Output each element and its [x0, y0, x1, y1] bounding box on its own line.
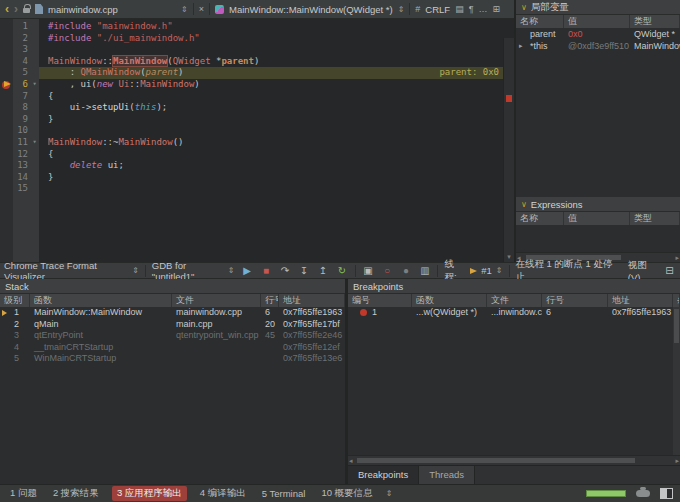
outline-icon[interactable]: ▤	[455, 4, 464, 14]
code-line[interactable]: 1#include "mainwindow.h"	[0, 21, 503, 33]
column-header[interactable]: 条件	[673, 294, 680, 307]
stack-frame-row[interactable]: 5WinMainCRTStartup0x7ff65ffe13e6	[0, 353, 345, 365]
source-view-icon[interactable]: ▣	[361, 265, 374, 276]
code-line[interactable]: 14}	[0, 172, 503, 184]
code-margin[interactable]	[0, 160, 13, 172]
chevron-updown-icon[interactable]: ⇕	[398, 5, 405, 14]
code-line[interactable]: 4MainWindow::MainWindow(QWidget *parent)	[0, 56, 503, 68]
code-line[interactable]: 7{	[0, 91, 503, 103]
breakpoints-vertical-scrollbar[interactable]	[673, 307, 680, 455]
lock-icon[interactable]	[23, 8, 30, 13]
scrollbar-thumb[interactable]	[674, 309, 679, 343]
column-header[interactable]: 地址	[279, 294, 345, 307]
views-layout-icon[interactable]: ⊟	[663, 265, 676, 276]
variable-row[interactable]: parent0x0QWidget *	[516, 28, 680, 40]
tab-breakpoints[interactable]: Breakpoints	[348, 466, 419, 484]
back-icon[interactable]: ‹	[5, 4, 9, 14]
column-header[interactable]: 类型	[630, 15, 680, 28]
column-header[interactable]: 值	[564, 15, 630, 28]
code-margin[interactable]	[0, 21, 13, 33]
column-header[interactable]: 行号	[261, 294, 279, 307]
breakpoints-horizontal-scrollbar[interactable]: ◂ ▸	[348, 455, 680, 465]
output-pane-button[interactable]: 4 编译输出	[197, 486, 249, 501]
scrollbar-thumb[interactable]	[357, 458, 635, 463]
code-line[interactable]: 8 ui->setupUi(this);	[0, 102, 503, 114]
code-line[interactable]: 15	[0, 183, 503, 195]
code-margin[interactable]	[0, 125, 13, 137]
code-line[interactable]: 11▾MainWindow::~MainWindow()	[0, 137, 503, 149]
log-icon[interactable]: ●	[399, 265, 412, 276]
editor-vertical-scrollbar[interactable]: ▾	[503, 38, 514, 262]
snapshot-icon[interactable]: ▥	[418, 265, 431, 276]
chevron-updown-icon[interactable]: ⇕	[181, 5, 188, 14]
stack-frame-row[interactable]: 4__tmainCRTStartup0x7ff65ffe12ef	[0, 342, 345, 354]
restart-button[interactable]: ↻	[336, 265, 349, 276]
code-line[interactable]: 6▾ , ui(new Ui::MainWindow)	[0, 79, 503, 91]
variable-row[interactable]: ▸*this@0xdf3e9ff510MainWindow	[516, 40, 680, 52]
column-header[interactable]: 名称	[516, 212, 564, 225]
code-line[interactable]: 5 : QMainWindow(parent)parent: 0x0	[0, 67, 503, 79]
stop-debugger-button[interactable]: ■	[260, 265, 273, 276]
scrollbar-down-arrow-icon[interactable]: ▾	[504, 252, 514, 262]
code-line[interactable]: 10	[0, 125, 503, 137]
preferences-icon[interactable]: ¶	[469, 4, 474, 14]
stack-frame-row[interactable]: 3qtEntryPointqtentrypoint_win.cpp450x7ff…	[0, 330, 345, 342]
column-header[interactable]: 类型	[630, 212, 680, 225]
breakpoint-row[interactable]: 1...w(QWidget *)...inwindow.cpp60x7ff65f…	[348, 307, 680, 319]
line-ending-selector[interactable]: CRLF	[425, 4, 450, 15]
column-header[interactable]: 文件	[487, 294, 542, 307]
continue-button[interactable]: ▶	[241, 265, 254, 276]
code-margin[interactable]	[0, 91, 13, 103]
code-margin[interactable]	[0, 137, 13, 149]
code-margin[interactable]	[0, 114, 13, 126]
column-header[interactable]: 编号	[348, 294, 412, 307]
output-pane-button[interactable]: 2 搜索结果	[50, 486, 102, 501]
column-header[interactable]: 行号	[542, 294, 608, 307]
output-pane-menu-icon[interactable]: ⇕	[386, 489, 393, 498]
column-header[interactable]: 地址	[608, 294, 673, 307]
column-header[interactable]: 级别	[0, 294, 30, 307]
close-document-icon[interactable]: ×	[199, 4, 204, 14]
code-editor[interactable]: 1#include "mainwindow.h"2#include "./ui_…	[0, 19, 514, 262]
code-line[interactable]: 2#include "./ui_mainwindow.h"	[0, 33, 503, 45]
output-pane-button[interactable]: 10 概要信息	[318, 486, 375, 501]
column-header[interactable]: 函数	[412, 294, 487, 307]
code-line[interactable]: 3	[0, 44, 503, 56]
output-pane-button[interactable]: 1 问题	[7, 486, 40, 501]
stack-panel-header[interactable]: Stack	[0, 279, 345, 294]
step-out-button[interactable]: ↥	[317, 265, 330, 276]
code-line[interactable]: 12{	[0, 149, 503, 161]
tab-threads[interactable]: Threads	[419, 466, 475, 484]
code-margin[interactable]	[0, 149, 13, 161]
output-pane-button[interactable]: 5 Terminal	[259, 487, 309, 500]
column-header[interactable]: 函数	[30, 294, 172, 307]
column-header[interactable]: 名称	[516, 15, 564, 28]
step-over-button[interactable]: ↷	[279, 265, 292, 276]
expressions-panel-header[interactable]: ∨ Expressions	[516, 197, 680, 212]
code-margin[interactable]	[0, 172, 13, 184]
record-icon[interactable]: ○	[380, 265, 393, 276]
code-margin[interactable]	[0, 67, 13, 79]
symbol-selector[interactable]: MainWindow::MainWindow(QWidget *)	[229, 4, 393, 15]
collapse-chevron-icon[interactable]: ∨	[521, 3, 527, 12]
forward-icon[interactable]: ›	[14, 4, 18, 14]
locals-panel-header[interactable]: ∨ 局部变量	[516, 0, 680, 15]
code-margin[interactable]	[0, 183, 13, 195]
column-header[interactable]: 文件	[172, 294, 261, 307]
code-margin[interactable]	[0, 102, 13, 114]
code-line[interactable]: 13 delete ui;	[0, 160, 503, 172]
column-header[interactable]: 值	[564, 212, 630, 225]
split-editor-icon[interactable]: ⊞	[493, 4, 501, 14]
code-margin[interactable]	[0, 33, 13, 45]
overflow-menu-icon[interactable]: …	[479, 4, 488, 14]
mouse-indicator-icon[interactable]	[636, 490, 650, 497]
open-document-selector[interactable]: mainwindow.cpp	[48, 4, 176, 15]
stack-frame-row[interactable]: 2qMainmain.cpp200x7ff65ffe17bf	[0, 319, 345, 331]
breakpoint-margin[interactable]	[0, 79, 13, 91]
stack-frame-row[interactable]: 1MainWindow::MainWindowmainwindow.cpp60x…	[0, 307, 345, 319]
output-pane-button[interactable]: 3 应用程序输出	[112, 486, 187, 501]
breakpoints-panel-header[interactable]: Breakpoints	[348, 279, 680, 294]
step-into-button[interactable]: ↧	[298, 265, 311, 276]
thread-selector[interactable]: #1 ⇕	[470, 265, 502, 276]
code-margin[interactable]	[0, 44, 13, 56]
